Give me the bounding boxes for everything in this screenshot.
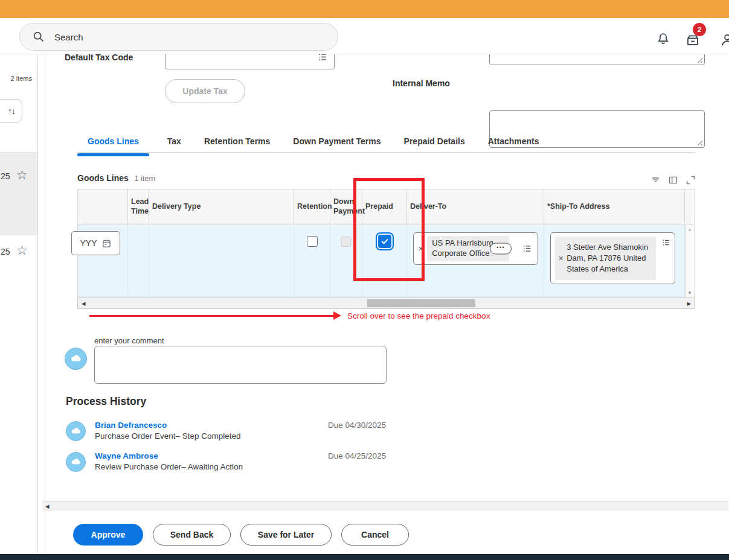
column-header-delivery-type: Delivery Type	[149, 189, 294, 224]
cancel-button[interactable]: Cancel	[341, 524, 409, 546]
default-tax-code-label: Default Tax Code	[65, 54, 133, 62]
scroll-down-icon[interactable]: ▼	[687, 290, 692, 296]
prompt-menu-icon[interactable]	[661, 238, 671, 280]
remove-icon[interactable]: ✕	[418, 245, 423, 253]
column-header-lead-time: Lead Time	[128, 189, 149, 224]
internal-memo-label: Internal Memo	[393, 78, 450, 88]
sidebar-list-item[interactable]: 25 ☆	[0, 235, 37, 319]
sidebar-items-count: 2 items	[11, 75, 32, 82]
remove-icon[interactable]: ✕	[558, 254, 564, 263]
cell-down-payment	[330, 225, 362, 298]
prepaid-checkbox[interactable]	[378, 235, 391, 248]
tab-down-payment-terms[interactable]: Down Payment Terms	[288, 136, 385, 146]
column-header-deliver-to: Deliver-To	[407, 189, 544, 224]
scroll-right-icon[interactable]: ▶	[687, 301, 691, 307]
goods-lines-title: Goods Lines	[77, 173, 129, 183]
column-header-retention: Retention	[294, 189, 330, 224]
date-input[interactable]: YYY	[71, 231, 120, 255]
search-input[interactable]: Search	[19, 23, 338, 51]
deliver-to-input[interactable]: ✕ US PA Harrisburg Corporate Office •••	[413, 232, 538, 265]
top-brand-bar	[0, 0, 729, 18]
table-horizontal-scrollbar[interactable]: ◀ ▶	[77, 298, 695, 309]
search-placeholder: Search	[54, 32, 83, 42]
grid-settings-icon[interactable]	[667, 174, 679, 186]
scroll-left-icon[interactable]: ◀	[82, 301, 86, 307]
profile-icon[interactable]	[719, 32, 729, 48]
ship-to-tag: ✕ 3 Stetler Ave Shamokin Dam, PA 17876 U…	[555, 237, 656, 280]
tab-goods-lines[interactable]: Goods Lines	[77, 136, 149, 146]
update-tax-button[interactable]: Update Tax	[165, 79, 245, 103]
process-step-status: Purchase Order Event– Step Completed	[95, 431, 241, 441]
cloud-icon	[69, 352, 83, 366]
table-header-row: Lead Time Delivery Type Retention Down P…	[77, 189, 695, 225]
cloud-icon	[70, 456, 82, 468]
sidebar-item-label: 25	[1, 247, 10, 256]
table-row: YYY ✕ US PA Harrisbur	[77, 225, 695, 298]
user-avatar	[66, 452, 86, 472]
notifications-bell-icon[interactable]	[656, 32, 670, 46]
user-avatar	[66, 421, 86, 441]
retention-checkbox[interactable]	[307, 236, 318, 247]
sidebar: 2 items ↑↓ 25 ☆ 25 ☆	[0, 54, 38, 554]
calendar-icon[interactable]	[101, 238, 112, 249]
save-for-later-button[interactable]: Save for Later	[240, 524, 332, 546]
process-user-link[interactable]: Wayne Ambrose	[95, 451, 158, 460]
prompt-menu-icon[interactable]	[317, 54, 329, 63]
horizontal-scroll-thumb[interactable]	[367, 299, 475, 307]
tab-bar: Goods Lines Tax Retention Terms Down Pay…	[77, 133, 544, 150]
approve-button[interactable]: Approve	[73, 524, 143, 546]
column-header-scroll-stub	[685, 189, 694, 224]
tab-prepaid-details[interactable]: Prepaid Details	[399, 136, 470, 146]
sidebar-sort-button[interactable]: ↑↓	[0, 99, 22, 122]
star-icon[interactable]: ☆	[16, 168, 28, 181]
action-bar: Approve Send Back Save for Later Cancel	[73, 524, 409, 546]
table-toolbar	[650, 174, 696, 186]
scroll-up-icon[interactable]: ▲	[687, 227, 692, 232]
process-user-link[interactable]: Brian Defrancesco	[95, 421, 167, 430]
page-horizontal-scrollbar[interactable]: ◀	[42, 501, 728, 511]
goods-lines-header: Goods Lines 1 item	[77, 173, 155, 183]
process-history-entry: Wayne Ambrose Review Purchase Order– Awa…	[66, 451, 501, 479]
annotation-arrow-head	[333, 311, 341, 320]
process-history-title: Process History	[66, 395, 146, 408]
tab-attachments[interactable]: Attachments	[483, 136, 544, 146]
date-value: YYY	[80, 238, 97, 248]
down-payment-checkbox	[341, 237, 352, 247]
process-history-entry: Brian Defrancesco Purchase Order Event– …	[66, 420, 501, 448]
user-avatar	[65, 348, 87, 370]
annotation-arrow-line	[89, 315, 333, 317]
star-icon[interactable]: ☆	[16, 244, 28, 256]
comment-textarea[interactable]	[94, 346, 387, 384]
cell-retention	[294, 225, 330, 298]
sidebar-item-label: 25	[1, 171, 10, 181]
sidebar-list-item[interactable]: 25 ☆	[0, 152, 37, 237]
ship-to-value: 3 Stetler Ave Shamokin Dam, PA 17876 Uni…	[567, 242, 652, 274]
panel-divider	[45, 54, 45, 554]
expand-icon[interactable]	[685, 174, 696, 186]
tab-retention-terms[interactable]: Retention Terms	[199, 136, 275, 146]
goods-lines-table: Lead Time Delivery Type Retention Down P…	[77, 189, 695, 309]
ship-to-address-input[interactable]: ✕ 3 Stetler Ave Shamokin Dam, PA 17876 U…	[550, 232, 675, 284]
filter-icon[interactable]	[650, 174, 661, 186]
cloud-icon	[70, 425, 82, 438]
table-vertical-scrollbar[interactable]: ▲ ▼	[685, 225, 694, 298]
cell-prepaid	[362, 225, 407, 298]
sort-icon: ↑↓	[8, 106, 15, 116]
more-options-icon[interactable]: •••	[490, 243, 512, 255]
memo-textarea-partial[interactable]	[489, 54, 705, 65]
default-tax-code-input[interactable]	[165, 54, 335, 69]
cell-deliver-to: ✕ US PA Harrisburg Corporate Office •••	[407, 225, 544, 298]
prompt-menu-icon[interactable]	[522, 243, 533, 254]
cell-ship-to-address: ✕ 3 Stetler Ave Shamokin Dam, PA 17876 U…	[544, 225, 685, 298]
column-header-down-payment: Down Payment	[330, 189, 362, 224]
annotation-note: Scroll over to see the prepaid checkbox	[347, 311, 490, 320]
comment-label: enter your comment	[94, 336, 164, 345]
deliver-to-value: US PA Harrisburg Corporate Office	[432, 238, 497, 259]
cell-lead-time	[128, 225, 149, 298]
scroll-left-icon[interactable]: ◀	[45, 503, 50, 509]
inbox-badge: 2	[693, 23, 706, 36]
app-header: Search 2	[0, 18, 729, 54]
tab-tax[interactable]: Tax	[162, 136, 186, 146]
send-back-button[interactable]: Send Back	[153, 524, 231, 546]
cell-delivery-type	[149, 225, 294, 298]
